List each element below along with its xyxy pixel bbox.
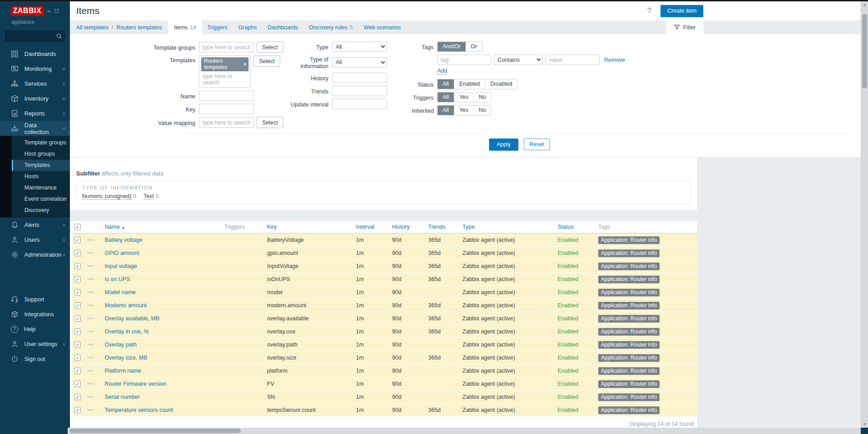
inherited-all-option[interactable]: All — [438, 106, 454, 115]
row-checkbox[interactable]: ✓ — [74, 328, 81, 335]
tag-remove-link[interactable]: Remove — [604, 57, 625, 63]
apply-button[interactable]: Apply — [489, 139, 518, 151]
context-menu-icon[interactable]: ••• — [84, 316, 102, 321]
context-menu-icon[interactable]: ••• — [84, 369, 102, 373]
sidebar-item-inventory[interactable]: Inventory ˅ — [0, 91, 70, 106]
item-name-link[interactable]: Battery voltage — [105, 237, 142, 243]
tab-items[interactable]: Items14 — [168, 20, 201, 34]
context-menu-icon[interactable]: ••• — [84, 238, 102, 242]
column-header-interval[interactable]: Interval — [353, 224, 389, 230]
row-checkbox[interactable]: ✓ — [74, 368, 81, 374]
item-status-link[interactable]: Enabled — [558, 289, 578, 295]
item-status-link[interactable]: Enabled — [558, 342, 578, 348]
template-groups-input[interactable] — [199, 42, 254, 52]
column-header-key[interactable]: Key — [264, 224, 353, 230]
sidebar-item-administration[interactable]: Administration ˅ — [0, 247, 70, 262]
context-menu-icon[interactable]: ••• — [84, 408, 102, 412]
column-header-type[interactable]: Type — [460, 224, 555, 230]
status-enabled-option[interactable]: Enabled — [454, 79, 485, 89]
scroll-down-icon[interactable]: ▼ — [861, 421, 868, 428]
sidebar-item-sign-out[interactable]: Sign out — [0, 351, 70, 366]
sidebar-item-reports[interactable]: Reports ˅ — [0, 106, 70, 121]
row-checkbox[interactable]: ✓ — [74, 342, 81, 348]
inherited-yes-option[interactable]: Yes — [454, 106, 473, 115]
templates-select-button[interactable]: Select — [254, 55, 280, 67]
item-status-link[interactable]: Enabled — [558, 276, 578, 282]
help-icon[interactable]: ? — [647, 6, 651, 15]
tag-name-input[interactable] — [437, 55, 491, 65]
sidebar-item-data-collection[interactable]: Data collection ˄ — [0, 121, 70, 136]
item-status-link[interactable]: Enabled — [558, 381, 578, 387]
tab-discovery-rules[interactable]: Discovery rules5 — [304, 20, 358, 34]
vertical-scroll-thumb[interactable] — [862, 14, 867, 88]
subfilter-text-link[interactable]: Text — [143, 193, 154, 200]
context-menu-icon[interactable]: ••• — [84, 303, 102, 308]
triggers-yes-option[interactable]: Yes — [454, 92, 473, 102]
sidebar-item-user-settings[interactable]: User settings ˅ — [0, 337, 70, 351]
type-select[interactable]: All — [332, 42, 387, 52]
row-checkbox[interactable]: ✓ — [74, 302, 81, 309]
item-name-link[interactable]: Input voltage — [105, 263, 137, 269]
item-status-link[interactable]: Enabled — [558, 355, 578, 361]
sidebar-item-support[interactable]: Support — [0, 292, 70, 307]
history-input[interactable] — [332, 73, 387, 83]
reset-button[interactable]: Reset — [524, 139, 550, 150]
sidebar-item-templates[interactable]: Templates — [12, 160, 70, 171]
column-header-trends[interactable]: Trends — [425, 224, 460, 230]
tab-triggers[interactable]: Triggers — [202, 20, 233, 34]
item-name-link[interactable]: Overlay size, MB — [105, 355, 147, 361]
context-menu-icon[interactable]: ••• — [84, 382, 102, 386]
breadcrumb-routers-templates[interactable]: Routers templates — [116, 24, 162, 31]
sidebar-item-services[interactable]: Services ˅ — [0, 76, 70, 91]
context-menu-icon[interactable]: ••• — [84, 264, 102, 268]
collapse-sidebar-icon[interactable]: « — [47, 8, 51, 14]
item-name-link[interactable]: Overlay path — [105, 342, 137, 348]
sidebar-item-discovery[interactable]: Discovery — [12, 205, 70, 216]
value-mapping-input[interactable] — [199, 117, 254, 128]
item-status-link[interactable]: Enabled — [558, 328, 578, 335]
popout-sidebar-icon[interactable] — [54, 8, 60, 14]
sidebar-item-maintenance[interactable]: Maintenance — [12, 182, 70, 194]
tag-value-input[interactable] — [545, 55, 600, 65]
triggers-all-option[interactable]: All — [438, 92, 454, 102]
horizontal-scroll-thumb[interactable] — [69, 429, 241, 433]
row-checkbox[interactable]: ✓ — [74, 263, 81, 269]
item-name-link[interactable]: Overlay available, MB — [105, 315, 160, 322]
remove-chip-icon[interactable]: × — [244, 61, 246, 67]
item-status-link[interactable]: Enabled — [558, 263, 578, 269]
status-all-option[interactable]: All — [438, 79, 454, 89]
scroll-up-icon[interactable]: ▲ — [861, 1, 868, 8]
sidebar-item-host-groups[interactable]: Host groups — [12, 148, 70, 160]
item-status-link[interactable]: Enabled — [558, 250, 578, 256]
value-mapping-select-button[interactable]: Select — [257, 117, 283, 128]
sidebar-item-template-groups[interactable]: Template groups — [12, 137, 70, 148]
tags-or-option[interactable]: Or — [466, 42, 482, 51]
sidebar-item-dashboards[interactable]: Dashboards — [0, 46, 70, 61]
item-name-link[interactable]: GPIO amount — [105, 250, 139, 256]
row-checkbox[interactable]: ✓ — [74, 237, 81, 243]
context-menu-icon[interactable]: ••• — [84, 395, 102, 399]
select-all-checkbox[interactable]: ✓ — [74, 224, 81, 230]
tab-graphs[interactable]: Graphs — [233, 20, 262, 34]
column-header-status[interactable]: Status — [555, 224, 596, 230]
sidebar-item-help[interactable]: ? Help — [0, 322, 70, 337]
context-menu-icon[interactable]: ••• — [84, 356, 102, 360]
item-status-link[interactable]: Enabled — [558, 237, 578, 243]
tag-operator-select[interactable]: Contains — [494, 55, 543, 65]
tags-and-or-option[interactable]: And/Or — [438, 42, 466, 51]
item-name-link[interactable]: Serial number — [105, 394, 140, 400]
sidebar-item-alerts[interactable]: Alerts ˅ — [0, 217, 70, 232]
status-disabled-option[interactable]: Disabled — [485, 79, 517, 89]
inherited-no-option[interactable]: No — [473, 106, 491, 115]
item-status-link[interactable]: Enabled — [558, 315, 578, 322]
row-checkbox[interactable]: ✓ — [74, 276, 81, 282]
item-name-link[interactable]: Model name — [105, 289, 136, 295]
update-interval-input[interactable] — [332, 99, 387, 109]
sidebar-item-hosts[interactable]: Hosts — [12, 171, 70, 182]
item-name-link[interactable]: Platform name — [105, 368, 141, 374]
column-header-history[interactable]: History — [389, 224, 425, 230]
sidebar-item-monitoring[interactable]: Monitoring ˅ — [0, 61, 70, 76]
item-name-link[interactable]: Router Firmware version — [105, 381, 166, 387]
row-checkbox[interactable]: ✓ — [74, 250, 81, 256]
create-item-button[interactable]: Create item — [660, 5, 703, 17]
